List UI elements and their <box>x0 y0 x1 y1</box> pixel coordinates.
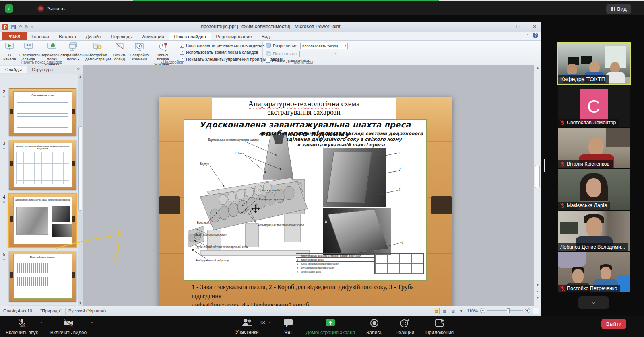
slide-caption: 1 - Завантажувальна шахта, 2 - Короб для… <box>192 283 433 306</box>
tab-view[interactable]: Вид <box>256 33 275 40</box>
zoom-in-button[interactable]: + <box>525 308 530 313</box>
checkbox-label: Использовать время показа слайдов <box>186 50 258 55</box>
resolution-select[interactable]: Использовать текущ... ▾ <box>300 43 348 49</box>
participant-tile-postoiko[interactable]: Постойко Петреченко <box>558 252 630 292</box>
setup-show-icon <box>93 42 103 52</box>
tab-insert[interactable]: Вставка <box>54 33 81 40</box>
participant-tile-sviatoslav[interactable]: C Святослав Лементар <box>558 86 630 127</box>
checkbox-use-timings[interactable]: ✓ Использовать время показа слайдов <box>180 50 258 55</box>
participant-name-row: Постойко Петреченко <box>558 285 620 292</box>
slide-sorter-view-button[interactable]: ▦ <box>441 308 448 314</box>
checkbox-checked-icon: ✓ <box>180 43 184 48</box>
tab-file[interactable]: Файл <box>2 32 27 40</box>
tab-design[interactable]: Дизайн <box>81 33 106 40</box>
checkbox-play-narrations[interactable]: ✓ Воспроизвести речевое сопровождение <box>180 43 264 48</box>
normal-view-button[interactable]: ▤ <box>433 308 440 314</box>
slideshow-current-icon <box>23 42 34 52</box>
scroll-up-icon[interactable]: ▲ <box>534 65 541 71</box>
reactions-button[interactable]: Реакции <box>391 318 419 335</box>
spec-header: Завантажувальна шахта преса глибокого ві… <box>300 254 375 258</box>
thumbnail-list: 2 ✶ Актуальність теми 3 ✶ Апаратурно-тех… <box>0 74 78 306</box>
apps-button[interactable]: Приложения <box>423 318 456 335</box>
from-current-slide-button[interactable]: С текущего слайда <box>19 42 39 62</box>
from-beginning-button[interactable]: С начала <box>2 42 18 62</box>
zoom-out-button[interactable]: − <box>480 308 485 313</box>
photo-internal-view <box>323 208 391 255</box>
participant-tile-lobanov[interactable]: Лобанов Денис Володими... <box>558 211 630 251</box>
canvas-scrollbar-thumb[interactable] <box>535 165 540 188</box>
thumbnail-slide-4-selected[interactable]: Апараратурно-технологічна схема екстрагу… <box>9 194 76 247</box>
tab-slideshow[interactable]: Показ слайдов <box>169 33 211 40</box>
participant-name-row: Макієвська Дарія <box>558 202 610 210</box>
slide-caption-l2: дифузійного соку, 4 - Перфорований короб <box>192 301 433 306</box>
muted-mic-icon <box>560 203 565 208</box>
drawing-label-shaft: Вертикальна завантажувальна шахта <box>208 138 259 142</box>
minimize-button[interactable]: — <box>497 23 508 30</box>
thumbnail-slide-5[interactable]: Прес глибокого віджиму <box>9 251 76 302</box>
start-video-button[interactable]: Включить видео <box>47 318 89 335</box>
tab-review[interactable]: Рецензирование <box>211 33 257 40</box>
scroll-up-icon[interactable]: ▲ <box>78 74 83 79</box>
tab-outline[interactable]: Структура <box>27 66 58 73</box>
reading-view-button[interactable]: ▥ <box>450 308 456 314</box>
share-screen-button[interactable]: Демонстрация экрана <box>304 318 357 335</box>
powerpoint-window: P ↶ ↻ ▾ презентація.ppt [Режим совместим… <box>0 22 541 316</box>
participant-tile-vitalii[interactable]: Віталій Крістенков <box>558 128 630 168</box>
panel-scrollbar[interactable]: ▲ ▼ <box>78 74 83 306</box>
rehearse-timings-button[interactable]: Настройка времени <box>129 42 150 62</box>
tab-transitions[interactable]: Переходы <box>106 33 137 40</box>
drawing-label-frame: Рама пресу <box>196 221 211 224</box>
thumbnail-title: Прес глибокого віджиму <box>14 256 72 258</box>
chat-bubble-icon <box>283 318 293 327</box>
panel-close-icon[interactable]: ✕ <box>77 67 80 72</box>
slideshow-view-button[interactable]: ▼ <box>458 308 465 314</box>
drawing-label-pulp-exit: Вихід пресованого жому <box>195 233 227 236</box>
video-options-caret[interactable]: ^ <box>91 321 93 326</box>
unmute-button[interactable]: Включить звук <box>3 318 40 335</box>
zoom-slider-track[interactable] <box>487 310 523 311</box>
language-indicator[interactable]: Русский (Украина) <box>68 308 106 313</box>
video-off-icon <box>63 318 74 328</box>
mic-options-caret[interactable]: ^ <box>40 321 42 326</box>
security-shield-icon[interactable]: ✓ <box>5 4 13 13</box>
chat-button[interactable]: Чат <box>277 318 299 335</box>
scroll-down-icon[interactable]: ▼ <box>78 300 83 306</box>
more-participants-button[interactable]: ⌄ <box>578 296 609 309</box>
participant-tile-makiievska[interactable]: Макієвська Дарія <box>558 169 630 210</box>
thumbnail-slide-2[interactable]: Актуальність теми <box>9 88 76 136</box>
animation-star-icon: ✶ <box>2 200 6 204</box>
thumbnail-slide-3[interactable]: Апаратурно-технологічна схема бурякопере… <box>9 140 76 190</box>
collapse-ribbon-icon[interactable]: ^ <box>527 33 528 37</box>
tab-home[interactable]: Главная <box>27 33 54 40</box>
slide-caption-l1: 1 - Завантажувальна шахта, 2 - Короб для… <box>192 283 433 301</box>
fit-to-window-button[interactable]: ⛶ <box>533 308 539 314</box>
drawing-label-sieves: Фільтрувальні та підкладочні сита <box>258 223 304 227</box>
title-bar[interactable]: P ↶ ↻ ▾ презентація.ppt [Режим совместим… <box>0 22 541 32</box>
help-icon[interactable]: ? <box>533 33 538 38</box>
view-button[interactable]: Вид <box>606 4 631 14</box>
canvas-scrollbar[interactable]: ▲ ▼ ▲ ▼ <box>534 65 541 306</box>
setup-slideshow-button[interactable]: Настройка демонстрации <box>85 42 110 62</box>
participants-options-caret[interactable]: ^ <box>269 321 271 326</box>
panel-divider-handle[interactable] <box>544 159 545 172</box>
record-button[interactable]: Запись <box>361 318 387 335</box>
monitor-icon <box>266 43 271 48</box>
tab-animations[interactable]: Анимация <box>137 33 169 40</box>
previous-slide-button[interactable]: ▲ <box>534 289 541 294</box>
panel-divider-handle[interactable] <box>543 159 543 172</box>
close-button[interactable]: ✕ <box>529 23 540 30</box>
restore-button[interactable]: ❐ <box>513 23 524 30</box>
spec-row-num: 4 <box>296 270 300 274</box>
zoom-slider-thumb[interactable] <box>507 308 510 313</box>
custom-slideshow-button[interactable]: Произвольный показ ▾ <box>64 42 82 62</box>
next-slide-button[interactable]: ▼ <box>534 295 541 301</box>
leave-button[interactable]: Выйти <box>601 319 626 329</box>
hide-slide-button[interactable]: Скрыть слайд <box>111 42 128 62</box>
show-on-select[interactable]: ▾ <box>299 51 338 57</box>
zoom-percentage[interactable]: 110% <box>467 308 478 313</box>
participant-name: Віталій Крістенков <box>567 161 609 167</box>
participant-tile-kafedra[interactable]: Кафедра ТОКТП <box>557 42 631 85</box>
panel-scrollbar-thumb[interactable] <box>78 126 82 211</box>
tab-slides-thumbnails[interactable]: Слайды <box>0 66 27 73</box>
scroll-down-icon[interactable]: ▼ <box>534 282 541 288</box>
